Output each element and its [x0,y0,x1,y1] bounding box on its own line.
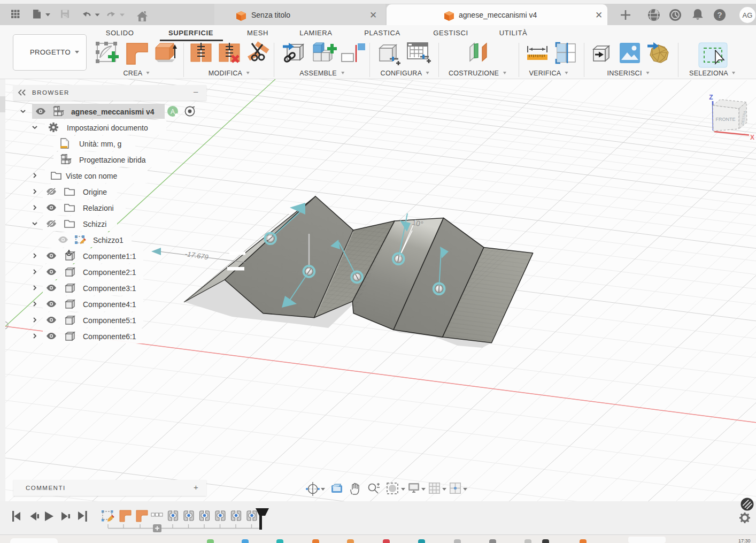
svg-text:FRONTE: FRONTE [716,117,736,122]
svg-text:AG: AG [743,11,753,19]
svg-text:?: ? [717,10,722,19]
svg-text:A: A [171,108,175,116]
svg-text:-17.679: -17.679 [184,250,209,262]
svg-text:Z: Z [709,94,713,101]
svg-text:X: X [750,134,754,141]
